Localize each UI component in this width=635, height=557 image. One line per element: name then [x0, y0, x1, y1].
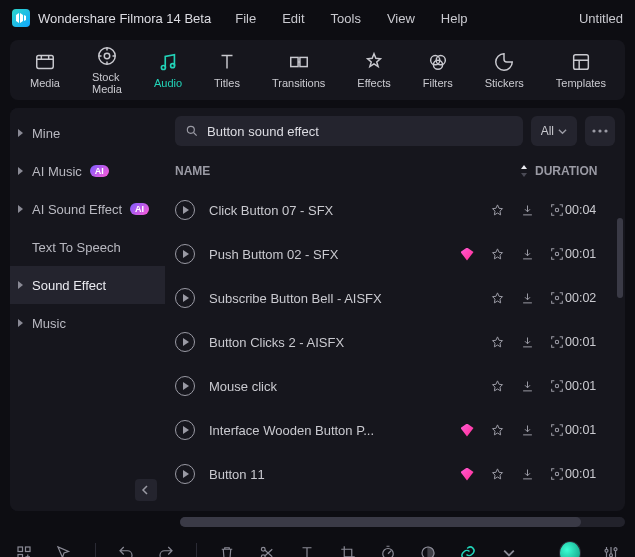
filter-dropdown[interactable]: All	[531, 116, 577, 146]
download-button[interactable]	[519, 290, 535, 306]
svg-point-4	[171, 64, 175, 68]
preview-button[interactable]	[549, 378, 565, 394]
delete-button[interactable]	[217, 542, 237, 557]
track-duration: 00:01	[565, 423, 615, 437]
tool-label: Templates	[556, 77, 606, 89]
tool-transitions[interactable]: Transitions	[272, 51, 325, 89]
stock-media-icon	[96, 45, 118, 67]
favorite-button[interactable]	[489, 334, 505, 350]
redo-button[interactable]	[156, 542, 176, 557]
favorite-button[interactable]	[489, 290, 505, 306]
play-icon	[183, 426, 189, 434]
tool-templates[interactable]: Templates	[556, 51, 606, 89]
track-name: Push Buttom 02 - SFX	[209, 247, 405, 262]
track-row[interactable]: Subscribe Button Bell - AISFX00:02	[165, 276, 625, 320]
preview-button[interactable]	[549, 466, 565, 482]
transitions-icon	[288, 51, 310, 73]
tool-stock-media[interactable]: Stock Media	[92, 45, 122, 95]
column-name-header[interactable]: NAME	[175, 164, 405, 178]
undo-button[interactable]	[115, 542, 135, 557]
crop-button[interactable]	[338, 542, 358, 557]
play-button[interactable]	[175, 420, 195, 440]
sort-indicator-icon[interactable]	[519, 165, 529, 177]
favorite-button[interactable]	[489, 422, 505, 438]
track-duration: 00:01	[565, 467, 615, 481]
tool-titles[interactable]: Titles	[214, 51, 240, 89]
favorite-button[interactable]	[489, 202, 505, 218]
tool-audio[interactable]: Audio	[154, 51, 182, 89]
play-button[interactable]	[175, 288, 195, 308]
track-row[interactable]: Button Clicks 2 - AISFX00:01	[165, 320, 625, 364]
svg-rect-5	[290, 57, 297, 66]
sidebar-item-sound-effect[interactable]: Sound Effect	[10, 266, 165, 304]
svg-point-12	[592, 129, 595, 132]
play-button[interactable]	[175, 376, 195, 396]
download-button[interactable]	[519, 246, 535, 262]
sidebar-item-ai-sound-effect[interactable]: AI Sound Effect AI	[10, 190, 165, 228]
menu-view[interactable]: View	[387, 11, 415, 26]
svg-point-20	[555, 428, 558, 431]
preview-button[interactable]	[549, 290, 565, 306]
play-button[interactable]	[175, 200, 195, 220]
color-button[interactable]	[418, 542, 438, 557]
favorite-button[interactable]	[489, 246, 505, 262]
svg-point-19	[555, 384, 558, 387]
preview-button[interactable]	[549, 202, 565, 218]
favorite-button[interactable]	[489, 378, 505, 394]
track-duration: 00:01	[565, 379, 615, 393]
sidebar-item-music[interactable]: Music	[10, 304, 165, 342]
track-row[interactable]: Button 1100:01	[165, 452, 625, 496]
menu-edit[interactable]: Edit	[282, 11, 304, 26]
tool-effects[interactable]: Effects	[357, 51, 390, 89]
split-button[interactable]	[257, 542, 277, 557]
download-button[interactable]	[519, 466, 535, 482]
ai-assistant-button[interactable]	[559, 542, 581, 557]
horizontal-scrollbar-track[interactable]	[180, 517, 625, 527]
search-box[interactable]	[175, 116, 523, 146]
link-button[interactable]	[458, 542, 478, 557]
track-duration: 00:02	[565, 291, 615, 305]
download-button[interactable]	[519, 334, 535, 350]
text-button[interactable]	[297, 542, 317, 557]
sidebar-item-label: AI Music	[32, 164, 82, 179]
more-button[interactable]	[499, 542, 519, 557]
filter-label: All	[541, 124, 554, 138]
favorite-button[interactable]	[489, 466, 505, 482]
menu-tools[interactable]: Tools	[331, 11, 361, 26]
search-input[interactable]	[207, 124, 513, 139]
menu-help[interactable]: Help	[441, 11, 468, 26]
horizontal-scrollbar-thumb[interactable]	[180, 517, 581, 527]
sidebar-collapse-button[interactable]	[135, 479, 157, 501]
speed-button[interactable]	[378, 542, 398, 557]
track-row[interactable]: Mouse click00:01	[165, 364, 625, 408]
tool-media[interactable]: Media	[30, 51, 60, 89]
preview-button[interactable]	[549, 334, 565, 350]
chevron-right-icon	[18, 319, 23, 327]
track-row[interactable]: Interface Wooden Button P...00:01	[165, 408, 625, 452]
download-button[interactable]	[519, 202, 535, 218]
svg-point-30	[609, 554, 612, 557]
preview-button[interactable]	[549, 422, 565, 438]
play-button[interactable]	[175, 332, 195, 352]
download-button[interactable]	[519, 378, 535, 394]
play-button[interactable]	[175, 464, 195, 484]
more-options-button[interactable]	[585, 116, 615, 146]
play-button[interactable]	[175, 244, 195, 264]
vertical-scrollbar[interactable]	[617, 218, 623, 298]
track-row[interactable]: Push Buttom 02 - SFX00:01	[165, 232, 625, 276]
tool-filters[interactable]: Filters	[423, 51, 453, 89]
selection-tool-button[interactable]	[54, 542, 74, 557]
mixer-button[interactable]	[601, 542, 621, 557]
sidebar-item-text-to-speech[interactable]: Text To Speech	[10, 228, 165, 266]
sidebar-item-ai-music[interactable]: AI Music AI	[10, 152, 165, 190]
menu-file[interactable]: File	[235, 11, 256, 26]
track-row[interactable]: Click Button 07 - SFX00:04	[165, 188, 625, 232]
menu-bar: File Edit Tools View Help	[235, 11, 467, 26]
add-marker-button[interactable]	[14, 542, 34, 557]
preview-button[interactable]	[549, 246, 565, 262]
column-duration-header[interactable]: DURATION	[535, 164, 615, 178]
tool-stickers[interactable]: Stickers	[485, 51, 524, 89]
download-button[interactable]	[519, 422, 535, 438]
sidebar-item-mine[interactable]: Mine	[10, 114, 165, 152]
ai-orb-icon	[559, 541, 581, 557]
